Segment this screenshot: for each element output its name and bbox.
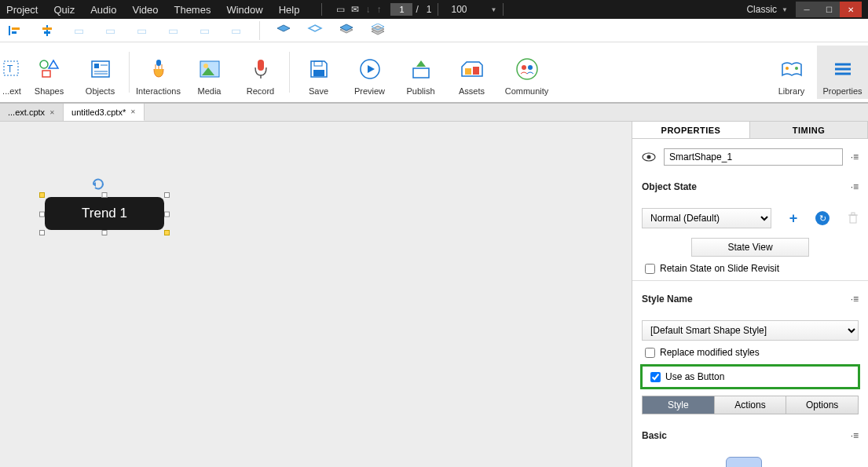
svg-point-38	[522, 65, 526, 70]
zoom-dropdown-icon[interactable]: ▼	[491, 6, 497, 13]
resize-handle-bm[interactable]	[102, 230, 108, 235]
document-tab[interactable]: untitled3.cptx* ✕	[64, 104, 145, 121]
style-tabs: Style Actions Options	[642, 396, 859, 414]
visibility-icon[interactable]	[642, 152, 656, 162]
window-maximize[interactable]: ☐	[818, 2, 840, 17]
tab-style[interactable]: Style	[643, 396, 715, 414]
menu-icon[interactable]: ∙≡	[851, 430, 859, 441]
svg-point-25	[203, 64, 208, 68]
close-icon[interactable]: ✕	[49, 109, 55, 116]
menu-help[interactable]: Help	[279, 4, 300, 16]
svg-rect-33	[413, 68, 429, 78]
mail-icon[interactable]: ✉	[351, 4, 359, 15]
resize-handle-ml[interactable]	[39, 211, 45, 217]
state-view-button[interactable]: State View	[691, 238, 809, 257]
svg-rect-3	[46, 25, 48, 36]
resize-handle-tm[interactable]	[102, 192, 108, 198]
main-area: Trend 1 PROPERTIES TIMING	[0, 122, 868, 467]
align-bottom-icon[interactable]: ▭	[165, 23, 181, 38]
shape-text[interactable]: Trend 1	[45, 197, 164, 230]
page-sep: /	[416, 4, 418, 15]
layer-back-icon[interactable]	[370, 23, 386, 38]
menu-icon[interactable]: ∙≡	[851, 151, 859, 162]
state-select[interactable]: Normal (Default)	[642, 208, 771, 228]
align-top-icon[interactable]: ▭	[102, 23, 118, 38]
arrow-up-icon[interactable]: ↑	[376, 4, 381, 15]
workspace-selector[interactable]: Classic	[746, 4, 777, 15]
workspace-dropdown-icon[interactable]: ▼	[782, 6, 788, 13]
delete-state-icon[interactable]	[848, 212, 859, 224]
properties-tool[interactable]: Properties	[817, 46, 868, 99]
record-tool[interactable]: Record	[235, 46, 286, 99]
preview-tool[interactable]: Preview	[344, 46, 395, 99]
menu-window[interactable]: Window	[226, 4, 262, 16]
align-right-icon[interactable]: ▭	[71, 23, 86, 38]
shapes-tool[interactable]: Shapes	[24, 46, 75, 99]
resize-handle-bl[interactable]	[39, 230, 45, 235]
community-tool[interactable]: Community	[497, 46, 556, 99]
tab-actions[interactable]: Actions	[715, 396, 787, 414]
svg-rect-35	[465, 68, 471, 75]
svg-point-40	[786, 67, 789, 70]
tab-properties[interactable]: PROPERTIES	[632, 122, 750, 138]
document-tabs: ...ext.cptx ✕ untitled3.cptx* ✕	[0, 104, 868, 122]
menu-themes[interactable]: Themes	[174, 4, 211, 16]
resize-handle-mr[interactable]	[164, 211, 170, 217]
canvas[interactable]: Trend 1	[0, 122, 632, 467]
menu-quiz[interactable]: Quiz	[53, 4, 75, 16]
layer-forward-icon[interactable]	[307, 23, 323, 38]
zoom-value[interactable]: 100	[451, 4, 467, 15]
add-state-icon[interactable]: +	[789, 210, 798, 227]
align-center-h-icon[interactable]	[39, 23, 55, 38]
text-tool[interactable]: T ...ext	[0, 46, 24, 99]
media-tool[interactable]: Media	[184, 46, 235, 99]
library-tool[interactable]: Library	[766, 46, 817, 99]
menu-video[interactable]: Video	[132, 4, 158, 16]
retain-state-check[interactable]: Retain State on Slide Revisit	[642, 263, 859, 274]
tab-label: ...ext.cptx	[8, 108, 45, 117]
menu-audio[interactable]: Audio	[90, 4, 116, 16]
object-name-input[interactable]	[664, 148, 843, 166]
tab-options[interactable]: Options	[786, 396, 858, 414]
tab-timing[interactable]: TIMING	[750, 122, 868, 138]
style-name-label: Style Name	[642, 294, 693, 305]
resize-handle-br[interactable]	[164, 230, 170, 235]
window-minimize[interactable]: ─	[796, 2, 818, 17]
assets-tool[interactable]: Assets	[446, 46, 497, 99]
replace-styles-checkbox[interactable]	[645, 348, 655, 358]
style-name-select[interactable]: [Default Smart Shape Style]	[642, 320, 859, 341]
replace-styles-check[interactable]: Replace modified styles	[642, 347, 859, 358]
resize-handle-tr[interactable]	[164, 192, 170, 198]
fill-swatch[interactable]	[726, 457, 762, 467]
close-icon[interactable]: ✕	[130, 108, 136, 115]
retain-state-checkbox[interactable]	[645, 264, 655, 274]
rotate-handle[interactable]	[90, 177, 106, 192]
menu-icon[interactable]: ∙≡	[851, 294, 859, 305]
distribute-v-icon[interactable]: ▭	[228, 23, 244, 38]
document-tab[interactable]: ...ext.cptx ✕	[0, 104, 64, 121]
layout-icon[interactable]: ▭	[336, 4, 345, 15]
align-middle-icon[interactable]: ▭	[134, 23, 149, 38]
use-as-button-checkbox[interactable]	[650, 372, 661, 382]
use-as-button-check[interactable]: Use as Button	[647, 371, 853, 382]
distribute-h-icon[interactable]: ▭	[196, 23, 212, 38]
menu-icon[interactable]: ∙≡	[851, 181, 859, 192]
page-current-input[interactable]	[390, 3, 412, 16]
menu-project[interactable]: Project	[6, 4, 38, 16]
layer-backward-icon[interactable]	[339, 23, 354, 38]
interactions-tool[interactable]: Interactions	[133, 46, 184, 99]
align-left-icon[interactable]	[8, 23, 24, 38]
save-tool[interactable]: Save	[293, 46, 344, 99]
svg-point-47	[647, 155, 651, 159]
objects-tool[interactable]: Objects	[75, 46, 126, 99]
publish-tool[interactable]: Publish	[395, 46, 446, 99]
layer-front-icon[interactable]	[276, 23, 291, 38]
arrow-down-icon[interactable]: ↓	[365, 4, 370, 15]
window-close[interactable]: ✕	[840, 2, 862, 17]
text-label: ...ext	[2, 86, 21, 96]
reset-state-icon[interactable]: ↻	[815, 211, 830, 225]
resize-handle-tl[interactable]	[39, 192, 45, 198]
svg-rect-29	[314, 61, 322, 66]
selected-shape[interactable]: Trend 1	[39, 192, 170, 235]
svg-marker-34	[416, 60, 426, 67]
